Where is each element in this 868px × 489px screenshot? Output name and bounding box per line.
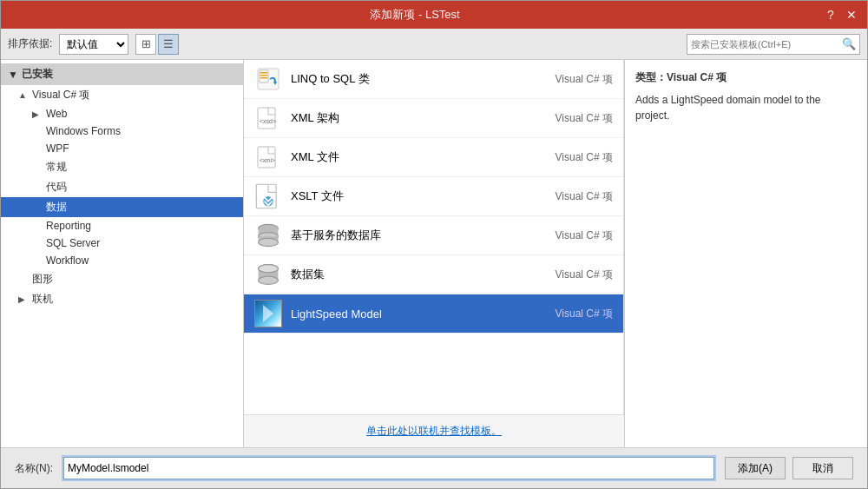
sidebar-item-normal[interactable]: 常规 — [1, 157, 243, 177]
item-type-service-db: Visual C# 项 — [556, 228, 613, 243]
search-input[interactable] — [691, 39, 838, 50]
name-label: 名称(N): — [15, 461, 53, 476]
expand-icon-csharp: ▲ — [18, 90, 29, 100]
cancel-button[interactable]: 取消 — [792, 457, 853, 479]
expand-icon-web: ▶ — [32, 109, 43, 119]
item-name-xslt: XSLT 文件 — [291, 188, 547, 204]
list-item[interactable]: 数据集 Visual C# 项 — [244, 255, 623, 294]
sidebar-label-normal: 常规 — [46, 160, 67, 175]
sidebar-item-winforms[interactable]: Windows Forms — [1, 122, 243, 140]
close-button[interactable]: ✕ — [843, 6, 860, 23]
item-name-linq: LINQ to SQL 类 — [291, 71, 547, 87]
svg-point-16 — [259, 238, 279, 246]
title-bar: 添加新项 - LSTest ? ✕ — [1, 1, 867, 29]
list-item[interactable]: 基于服务的数据库 Visual C# 项 — [244, 216, 623, 255]
sort-label: 排序依据: — [8, 36, 52, 51]
sidebar-item-reporting[interactable]: Reporting — [1, 217, 243, 235]
type-prefix: 类型： — [635, 71, 667, 83]
item-name-xml-file: XML 文件 — [291, 149, 547, 165]
sidebar-label-code: 代码 — [46, 180, 67, 195]
linq-icon — [254, 65, 282, 93]
bottom-buttons: 添加(A) 取消 — [725, 457, 853, 479]
type-name: Visual C# 项 — [667, 71, 727, 83]
svg-rect-2 — [260, 72, 267, 74]
list-item[interactable]: XSLT 文件 Visual C# 项 — [244, 177, 623, 216]
sidebar-label-wpf: WPF — [46, 142, 69, 155]
svg-text:<xml>: <xml> — [260, 157, 275, 163]
svg-text:<xsd>: <xsd> — [260, 118, 276, 124]
online-link[interactable]: 单击此处以联机并查找模板。 — [366, 424, 502, 439]
item-type-xml-file: Visual C# 项 — [556, 150, 613, 165]
svg-rect-4 — [260, 77, 267, 79]
add-button[interactable]: 添加(A) — [725, 457, 786, 479]
item-name-dataset: 数据集 — [291, 267, 547, 282]
xml-file-icon: <xml> — [254, 143, 282, 171]
sidebar-item-graphics[interactable]: 图形 — [1, 269, 243, 289]
service-db-icon — [254, 221, 282, 249]
item-name-service-db: 基于服务的数据库 — [291, 228, 547, 243]
center-panel: LINQ to SQL 类 Visual C# 项 <xsd> XML 架构 — [244, 60, 624, 447]
xslt-icon — [254, 182, 282, 210]
sidebar-item-web[interactable]: ▶ Web — [1, 105, 243, 122]
sidebar-label-reporting: Reporting — [46, 220, 91, 232]
name-input[interactable] — [63, 457, 714, 479]
lightspeed-icon — [254, 300, 282, 327]
dialog: 添加新项 - LSTest ? ✕ 排序依据: 默认值 ⊞ ☰ 🔍 ▼ 已安装 — [0, 0, 868, 489]
description: Adds a LightSpeed domain model to the pr… — [635, 92, 857, 123]
sidebar-label-sql: SQL Server — [46, 237, 100, 249]
title-bar-buttons: ? ✕ — [822, 6, 860, 23]
toolbar: 排序依据: 默认值 ⊞ ☰ 🔍 — [1, 29, 867, 60]
sidebar-label-winforms: Windows Forms — [46, 125, 121, 137]
item-type-xml-schema: Visual C# 项 — [556, 111, 613, 126]
expand-icon-online: ▶ — [18, 294, 29, 304]
sidebar-item-wpf[interactable]: WPF — [1, 140, 243, 157]
grid-view-button[interactable]: ⊞ — [135, 34, 156, 55]
item-type-xslt: Visual C# 项 — [556, 189, 613, 204]
right-panel: 类型：Visual C# 项 Adds a LightSpeed domain … — [624, 60, 867, 447]
installed-label: 已安装 — [22, 67, 53, 82]
sidebar-item-csharp[interactable]: ▲ Visual C# 项 — [1, 85, 243, 105]
sidebar-item-data[interactable]: 数据 — [1, 197, 243, 217]
sidebar-item-online[interactable]: ▶ 联机 — [1, 289, 243, 309]
search-icon: 🔍 — [842, 37, 856, 50]
installed-collapse-icon[interactable]: ▼ — [8, 69, 18, 81]
sidebar-label-graphics: 图形 — [32, 272, 53, 287]
sidebar-label-csharp: Visual C# 项 — [32, 88, 89, 102]
help-button[interactable]: ? — [822, 6, 839, 23]
item-type-dataset: Visual C# 项 — [556, 268, 613, 282]
item-name-xml-schema: XML 架构 — [291, 110, 547, 126]
svg-rect-3 — [260, 75, 267, 76]
list-item[interactable]: <xml> XML 文件 Visual C# 项 — [244, 138, 623, 177]
sidebar-label-workflow: Workflow — [46, 254, 89, 267]
type-label: 类型：Visual C# 项 — [635, 70, 857, 85]
item-name-lightspeed: LightSpeed Model — [291, 307, 547, 320]
item-type-linq: Visual C# 项 — [556, 72, 613, 87]
sidebar-item-workflow[interactable]: Workflow — [1, 252, 243, 269]
list-item[interactable]: LINQ to SQL 类 Visual C# 项 — [244, 60, 623, 99]
search-box: 🔍 — [687, 34, 860, 55]
dialog-title: 添加新项 - LSTest — [8, 7, 822, 23]
list-item[interactable]: <xsd> XML 架构 Visual C# 项 — [244, 99, 623, 138]
list-view-button[interactable]: ☰ — [158, 34, 179, 55]
item-type-lightspeed: Visual C# 项 — [556, 307, 613, 321]
sidebar-label-online: 联机 — [32, 292, 53, 307]
svg-point-20 — [259, 265, 279, 273]
installed-header: ▼ 已安装 — [1, 63, 243, 85]
list-item[interactable]: LightSpeed Model Visual C# 项 — [244, 294, 623, 334]
sidebar-item-sql[interactable]: SQL Server — [1, 235, 243, 252]
view-icons: ⊞ ☰ — [135, 34, 179, 55]
sidebar-label-web: Web — [46, 108, 67, 120]
dataset-icon — [254, 261, 282, 288]
sidebar: ▼ 已安装 ▲ Visual C# 项 ▶ Web Windows Forms … — [1, 60, 244, 447]
items-list: LINQ to SQL 类 Visual C# 项 <xsd> XML 架构 — [244, 60, 624, 414]
sidebar-item-code[interactable]: 代码 — [1, 177, 243, 197]
main-content: ▼ 已安装 ▲ Visual C# 项 ▶ Web Windows Forms … — [1, 60, 867, 447]
xml-schema-icon: <xsd> — [254, 104, 282, 132]
sort-select[interactable]: 默认值 — [59, 34, 128, 55]
bottom-bar: 名称(N): 添加(A) 取消 — [1, 447, 867, 488]
link-bar: 单击此处以联机并查找模板。 — [244, 414, 624, 447]
svg-point-19 — [259, 276, 279, 284]
sidebar-label-data: 数据 — [46, 200, 67, 215]
